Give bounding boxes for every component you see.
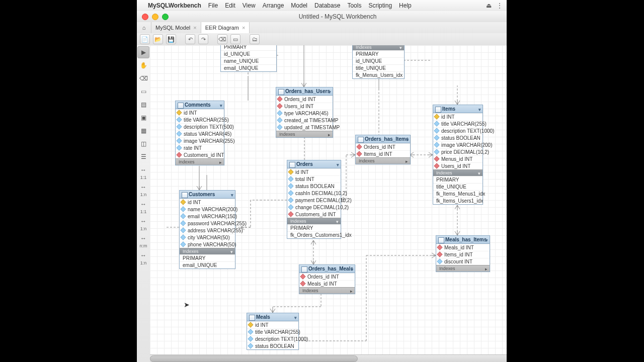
column[interactable]: id INT	[287, 168, 341, 175]
menu-help[interactable]: Help	[399, 2, 412, 9]
menu-scripting[interactable]: Scripting	[368, 2, 392, 9]
indexes-header[interactable]: Indexes▾	[433, 169, 482, 176]
collapse-icon[interactable]: ▾	[329, 89, 331, 95]
indexes-header[interactable]: Indexes▾	[353, 45, 404, 50]
indexes-header[interactable]: Indexes▸	[299, 287, 355, 294]
column[interactable]: id INT	[247, 321, 298, 328]
column[interactable]: Users_id INT	[276, 103, 333, 110]
indexes-header[interactable]: Indexes▸	[176, 158, 224, 165]
er-table-meals[interactable]: Meals▾id INTtitle VARCHAR(255)descriptio…	[247, 313, 299, 350]
column[interactable]: cashIn DECIMAL(10,2)	[287, 190, 341, 197]
table-header[interactable]: Items▾	[433, 105, 482, 113]
index-row[interactable]: PRIMARY	[433, 176, 482, 183]
tool-pointer[interactable]: ▶	[137, 46, 149, 58]
tool-note[interactable]: ▤	[137, 99, 149, 111]
indexes-header[interactable]: Indexes▸	[356, 157, 410, 164]
table-header[interactable]: Meals_has_Items▾	[436, 236, 490, 244]
tool-rel-existing[interactable]: ↔	[137, 249, 149, 261]
index-row[interactable]: fk_Items_Users1_idx	[433, 197, 482, 204]
column[interactable]: title VARCHAR(255)	[247, 328, 298, 335]
menu-arrange[interactable]: Arrange	[263, 2, 284, 9]
table-header[interactable]: Meals▾	[247, 313, 298, 321]
er-table-meals_has_items[interactable]: Meals_has_Items▾Meals_id INTItems_id INT…	[436, 235, 490, 272]
column[interactable]: title VARCHAR(255)	[433, 120, 482, 127]
new-document-button[interactable]: 📄	[140, 34, 150, 44]
indexes-header[interactable]: Indexes▾	[180, 248, 235, 254]
collapse-icon[interactable]: ▸	[406, 159, 408, 164]
tool-view[interactable]: ◫	[137, 138, 149, 150]
column[interactable]: Menus_id INT	[433, 155, 482, 162]
toggle-grid-button[interactable]: ⌫	[217, 34, 227, 44]
er-table-orders_has_meals[interactable]: Orders_has_Meals▾Orders_id INTMeals_id I…	[299, 264, 355, 294]
scrollbar-thumb[interactable]	[150, 355, 358, 362]
airplay-icon[interactable]: ⏏	[486, 2, 492, 9]
column[interactable]: payment DECIMAL(10,2)	[287, 197, 341, 204]
collapse-icon[interactable]: ▾	[486, 238, 488, 243]
indexes-header[interactable]: Indexes▸	[276, 131, 333, 137]
index-row[interactable]: PRIMARY	[353, 50, 404, 57]
collapse-icon[interactable]: ▸	[328, 132, 331, 137]
column[interactable]: image VARCHAR(200)	[433, 141, 482, 148]
column[interactable]: description TEXT(500)	[176, 123, 224, 130]
column[interactable]: status BOOLEAN	[287, 183, 341, 190]
column[interactable]: address VARCHAR(255)	[180, 227, 235, 234]
tool-rel1n-i[interactable]: ↔	[137, 215, 149, 227]
column[interactable]: Meals_id INT	[299, 280, 355, 287]
column[interactable]: Meals_id INT	[436, 244, 490, 251]
column[interactable]: updated_at TIMESTAMP	[276, 124, 333, 131]
er-table-orders_has_items[interactable]: Orders_has_Items▾Orders_id INTItems_id I…	[355, 135, 411, 164]
collapse-icon[interactable]: ▾	[294, 315, 297, 320]
table-header[interactable]: Comments▾	[176, 101, 224, 109]
index-row[interactable]: PRIMARY	[287, 224, 341, 231]
er-table-t_top1[interactable]: Indexes▾PRIMARYid_UNIQUEname_UNIQUEemail…	[220, 45, 277, 72]
index-row[interactable]: fk_Orders_Customers1_idx	[287, 231, 341, 238]
column[interactable]: description TEXT(1000)	[247, 335, 298, 342]
column[interactable]: description TEXT(1000)	[433, 127, 482, 134]
index-row[interactable]: PRIMARY	[221, 45, 276, 50]
index-row[interactable]: id_UNIQUE	[353, 57, 404, 64]
tool-relnm[interactable]: ↔	[137, 232, 149, 244]
collapse-icon[interactable]: ▸	[485, 266, 488, 272]
column[interactable]: created_at TIMESTAMP	[276, 117, 333, 124]
tab-mysql-model[interactable]: MySQL Model×	[151, 22, 201, 33]
er-table-items[interactable]: Items▾id INTtitle VARCHAR(255)descriptio…	[433, 105, 483, 205]
tool-layer[interactable]: ▭	[137, 85, 149, 98]
collapse-icon[interactable]: ▾	[351, 267, 353, 272]
table-header[interactable]: Orders_has_Items▾	[356, 135, 410, 143]
collapse-icon[interactable]: ▸	[350, 289, 353, 294]
column[interactable]: city VARCHAR(50)	[180, 234, 235, 241]
er-table-orders[interactable]: Orders▾id INTtotal INTstatus BOOLEANcash…	[287, 160, 341, 239]
collapse-icon[interactable]: ▾	[230, 249, 233, 254]
column[interactable]: phone VARCHAR(50)	[180, 241, 235, 248]
column[interactable]: id INT	[433, 113, 482, 120]
column[interactable]: rate INT	[176, 144, 224, 151]
collapse-icon[interactable]: ▸	[219, 160, 222, 165]
column[interactable]: type VARCHAR(45)	[276, 110, 333, 117]
tool-hand[interactable]: ✋	[137, 59, 149, 71]
column[interactable]: email VARCHAR(150)	[180, 213, 235, 220]
column[interactable]: password VARCHAR(255)	[180, 220, 235, 227]
index-row[interactable]: PRIMARY	[180, 254, 235, 261]
er-table-orders_has_users[interactable]: Orders_has_Users▾Orders_id INTUsers_id I…	[276, 87, 333, 138]
indexes-header[interactable]: Indexes▾	[287, 218, 341, 224]
er-table-t_top2[interactable]: Users_id INTIndexes▾PRIMARYid_UNIQUEtitl…	[352, 45, 405, 79]
column[interactable]: Items_id INT	[356, 150, 410, 157]
column[interactable]: Customers_id INT	[287, 211, 341, 218]
mac-menubar[interactable]: MySQLWorkbench File Edit View Arrange Mo…	[137, 0, 507, 12]
collapse-icon[interactable]: ▾	[220, 103, 222, 108]
column[interactable]: Orders_id INT	[276, 96, 333, 103]
column[interactable]: title VARCHAR(255)	[176, 116, 224, 123]
index-row[interactable]: id_UNIQUE	[221, 50, 276, 57]
column[interactable]: price DECIMAL(10,2)	[433, 148, 482, 155]
er-table-comments[interactable]: Comments▾id INTtitle VARCHAR(255)descrip…	[175, 101, 224, 165]
index-row[interactable]: title_UNIQUE	[353, 64, 404, 71]
collapse-icon[interactable]: ▾	[231, 193, 233, 198]
column[interactable]: status BOOLEAN	[433, 134, 482, 141]
collapse-icon[interactable]: ▾	[478, 171, 480, 176]
menu-database[interactable]: Database	[314, 2, 340, 9]
close-tab-icon[interactable]: ×	[242, 25, 245, 31]
app-name[interactable]: MySQLWorkbench	[148, 2, 201, 9]
tool-rel11-ni[interactable]: ↔	[137, 164, 149, 176]
menu-model[interactable]: Model	[291, 2, 307, 9]
table-header[interactable]: Orders▾	[287, 160, 341, 168]
